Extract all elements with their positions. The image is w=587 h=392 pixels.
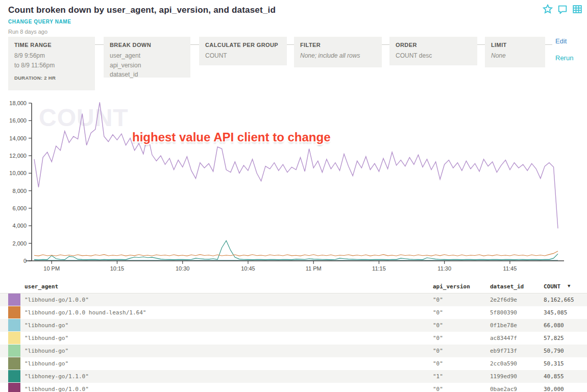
time-range-box[interactable]: TIME RANGE 8/9 9:56pm to 8/9 11:56pm DUR… bbox=[8, 37, 95, 90]
break-down-box[interactable]: BREAK DOWN user_agent api_version datase… bbox=[104, 37, 190, 78]
break-down-label: BREAK DOWN bbox=[110, 42, 184, 48]
filter-label: FILTER bbox=[300, 42, 376, 48]
cell-api-version: "0" bbox=[433, 360, 443, 367]
calculate-label: CALCULATE PER GROUP bbox=[205, 42, 281, 48]
star-icon[interactable] bbox=[542, 4, 553, 15]
col-header-dataset-id[interactable]: dataset_id bbox=[490, 283, 524, 290]
table-body: "libhound-go/1.0.0""0"2e2f6d9e8,162,665"… bbox=[0, 293, 587, 392]
series-color-swatch bbox=[8, 345, 20, 357]
table-row[interactable]: "libhound-go/1.0.0""0"2e2f6d9e8,162,665 bbox=[0, 293, 587, 306]
calculate-box[interactable]: CALCULATE PER GROUP COUNT bbox=[199, 37, 287, 65]
y-tick-label: 14,000 bbox=[9, 135, 27, 141]
cell-user-agent: "libhound-go" bbox=[25, 348, 68, 354]
x-tick-label: 11 PM bbox=[306, 265, 322, 272]
cell-user-agent: "libhound-go" bbox=[25, 322, 68, 329]
break-down-item: user_agent bbox=[110, 51, 184, 61]
x-tick-label: 11:15 bbox=[372, 265, 386, 272]
x-tick-label: 10:15 bbox=[110, 265, 125, 272]
results-table: user_agent api_version dataset_id COUNT … bbox=[0, 280, 587, 392]
table-row[interactable]: "libhound-go""0"ac83447f57,825 bbox=[0, 332, 587, 345]
cell-dataset-id: 2cc0a590 bbox=[490, 360, 517, 367]
x-tick-label: 10 PM bbox=[43, 265, 60, 272]
table-row[interactable]: "libhound-go/1.0.0""0"0bae2ac930,000 bbox=[0, 383, 587, 392]
query-connector bbox=[545, 44, 552, 45]
y-tick-label: 6,000 bbox=[12, 205, 27, 211]
cell-dataset-id: eb9f713f bbox=[490, 348, 517, 354]
order-box[interactable]: ORDER COUNT desc bbox=[389, 37, 477, 65]
order-value: COUNT desc bbox=[396, 51, 471, 61]
series-color-swatch bbox=[8, 293, 20, 306]
comment-icon[interactable] bbox=[557, 4, 568, 15]
x-tick-label: 10:45 bbox=[241, 265, 255, 272]
header-icon-group bbox=[542, 4, 583, 15]
cell-api-version: "1" bbox=[433, 373, 443, 380]
cell-dataset-id: 0f1be78e bbox=[490, 322, 517, 329]
table-row[interactable]: "libhound-go""0"2cc0a59050,315 bbox=[0, 357, 587, 370]
cell-count: 57,825 bbox=[544, 335, 564, 341]
series-color-swatch bbox=[8, 370, 20, 382]
col-header-user-agent[interactable]: user_agent bbox=[25, 283, 58, 290]
query-connector bbox=[477, 44, 485, 45]
filter-box[interactable]: FILTER None; include all rows bbox=[294, 37, 382, 67]
series-line-7 bbox=[34, 102, 558, 228]
edit-link[interactable]: Edit bbox=[555, 37, 567, 45]
x-tick-label: 11:30 bbox=[437, 265, 451, 272]
cell-dataset-id: 2e2f6d9e bbox=[490, 297, 517, 303]
series-line-6 bbox=[34, 251, 558, 256]
table-row[interactable]: "libhound-go/1.0.0 hound-leash/1.64""0"5… bbox=[0, 306, 587, 319]
series-color-swatch bbox=[8, 319, 20, 331]
x-tick-label: 10:30 bbox=[176, 265, 190, 272]
query-connector bbox=[95, 44, 104, 45]
y-tick-label: 8,000 bbox=[12, 188, 27, 194]
limit-label: LIMIT bbox=[491, 42, 539, 48]
time-range-duration: DURATION: 2 HR bbox=[14, 75, 89, 81]
cell-count: 345,085 bbox=[544, 309, 567, 316]
col-header-api-version[interactable]: api_version bbox=[433, 283, 470, 290]
cell-user-agent: "libhound-go" bbox=[25, 360, 68, 367]
cell-dataset-id: 5f800390 bbox=[490, 309, 517, 316]
cell-dataset-id: 0bae2ac9 bbox=[490, 386, 517, 392]
y-tick-label: 2,000 bbox=[12, 240, 27, 247]
sort-desc-icon[interactable]: ▼ bbox=[568, 283, 570, 288]
break-down-item: api_version bbox=[110, 61, 184, 70]
y-tick-label: 10,000 bbox=[9, 170, 27, 176]
limit-value: None bbox=[491, 51, 539, 61]
query-connector bbox=[382, 44, 389, 45]
y-tick-label: 0 bbox=[23, 258, 27, 264]
cell-dataset-id: ac83447f bbox=[490, 335, 517, 341]
table-icon[interactable] bbox=[572, 4, 583, 15]
cell-count: 50,790 bbox=[544, 348, 564, 354]
cell-user-agent: "libhound-go/1.0.0" bbox=[25, 297, 89, 303]
filter-value: None; include all rows bbox=[300, 51, 376, 61]
table-row[interactable]: "libhound-go""0"0f1be78e66,080 bbox=[0, 319, 587, 332]
chart-annotation: highest value API client to change bbox=[132, 130, 331, 144]
time-range-from: 8/9 9:56pm bbox=[14, 51, 89, 61]
table-row[interactable]: "libhound-go""0"eb9f713f50,790 bbox=[0, 345, 587, 357]
series-line-5 bbox=[34, 241, 558, 260]
series-color-swatch bbox=[8, 306, 20, 318]
y-tick-label: 12,000 bbox=[9, 153, 27, 159]
query-connector bbox=[287, 44, 294, 45]
order-label: ORDER bbox=[396, 42, 471, 48]
cell-api-version: "0" bbox=[433, 309, 443, 316]
break-down-item: dataset_id bbox=[110, 70, 184, 80]
y-tick-label: 4,000 bbox=[12, 223, 27, 229]
table-row[interactable]: "libhoney-go/1.1.0""1"1199ed9040,855 bbox=[0, 370, 587, 383]
series-color-swatch bbox=[8, 332, 20, 344]
cell-count: 66,080 bbox=[544, 322, 564, 329]
calculate-value: COUNT bbox=[205, 51, 281, 61]
cell-count: 30,000 bbox=[544, 386, 564, 392]
y-tick-label: 18,000 bbox=[9, 100, 27, 106]
rerun-link[interactable]: Rerun bbox=[555, 54, 573, 62]
run-ago-text: Run 8 days ago bbox=[8, 29, 47, 35]
col-header-count[interactable]: COUNT bbox=[544, 283, 560, 290]
cell-count: 8,162,665 bbox=[544, 297, 574, 303]
cell-api-version: "0" bbox=[433, 335, 443, 341]
limit-box[interactable]: LIMIT None bbox=[485, 37, 545, 67]
cell-user-agent: "libhound-go/1.0.0" bbox=[25, 386, 89, 392]
chart-plot[interactable]: 18,00016,00014,00012,00010,0008,0006,000… bbox=[0, 97, 587, 276]
change-query-name-link[interactable]: CHANGE QUERY NAME bbox=[8, 19, 71, 24]
cell-api-version: "0" bbox=[433, 322, 443, 329]
time-range-label: TIME RANGE bbox=[14, 42, 89, 48]
page-title: Count broken down by user_agent, api_ver… bbox=[8, 5, 276, 15]
